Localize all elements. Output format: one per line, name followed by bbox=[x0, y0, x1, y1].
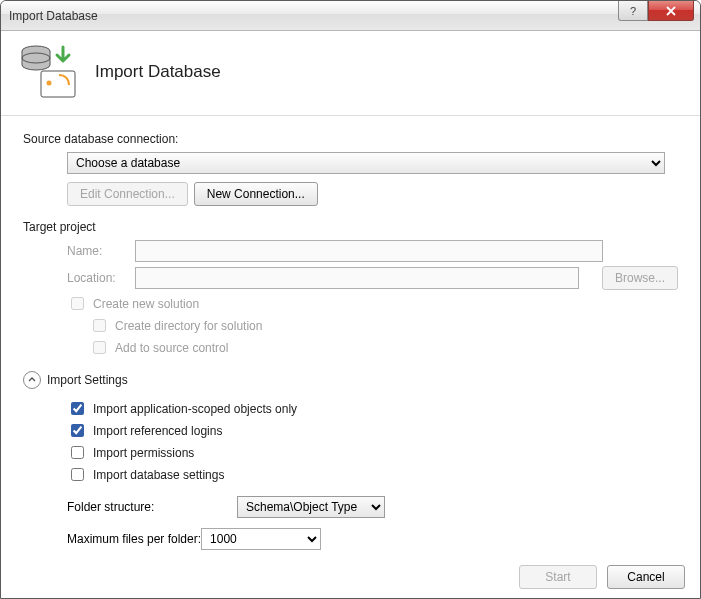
window-title: Import Database bbox=[9, 9, 98, 23]
add-source-control-label: Add to source control bbox=[115, 341, 228, 355]
target-section-label: Target project bbox=[23, 220, 678, 234]
import-database-icon bbox=[19, 43, 77, 101]
source-section-label: Source database connection: bbox=[23, 132, 678, 146]
help-button[interactable]: ? bbox=[618, 1, 648, 21]
add-source-control-checkbox bbox=[93, 341, 106, 354]
dialog-content: Source database connection: Choose a dat… bbox=[1, 116, 700, 560]
create-solution-label: Create new solution bbox=[93, 297, 199, 311]
referenced-logins-checkbox[interactable] bbox=[71, 424, 84, 437]
max-files-select[interactable]: 1000 bbox=[201, 528, 321, 550]
browse-button: Browse... bbox=[602, 266, 678, 290]
referenced-logins-label: Import referenced logins bbox=[93, 424, 222, 438]
titlebar: Import Database ? bbox=[1, 1, 700, 31]
permissions-label: Import permissions bbox=[93, 446, 194, 460]
app-scoped-checkbox[interactable] bbox=[71, 402, 84, 415]
edit-connection-button: Edit Connection... bbox=[67, 182, 188, 206]
close-icon bbox=[666, 6, 676, 16]
max-files-label: Maximum files per folder: bbox=[67, 532, 201, 546]
database-select[interactable]: Choose a database bbox=[67, 152, 665, 174]
dialog-footer: Start Cancel bbox=[519, 565, 685, 589]
app-scoped-label: Import application-scoped objects only bbox=[93, 402, 297, 416]
start-button: Start bbox=[519, 565, 597, 589]
name-label: Name: bbox=[67, 244, 135, 258]
create-directory-checkbox bbox=[93, 319, 106, 332]
permissions-checkbox[interactable] bbox=[71, 446, 84, 459]
import-settings-label: Import Settings bbox=[47, 373, 128, 387]
folder-structure-select[interactable]: Schema\Object Type bbox=[237, 496, 385, 518]
window-controls: ? bbox=[618, 1, 694, 21]
dialog-header: Import Database bbox=[1, 31, 700, 116]
location-input bbox=[135, 267, 579, 289]
create-solution-checkbox bbox=[71, 297, 84, 310]
chevron-up-icon bbox=[27, 375, 37, 385]
import-settings-header: Import Settings bbox=[23, 371, 678, 389]
db-settings-label: Import database settings bbox=[93, 468, 224, 482]
cancel-button[interactable]: Cancel bbox=[607, 565, 685, 589]
new-connection-button[interactable]: New Connection... bbox=[194, 182, 318, 206]
folder-structure-label: Folder structure: bbox=[67, 500, 237, 514]
svg-point-3 bbox=[47, 81, 52, 86]
close-button[interactable] bbox=[648, 1, 694, 21]
expander-toggle[interactable] bbox=[23, 371, 41, 389]
dialog-title: Import Database bbox=[95, 62, 221, 82]
name-input bbox=[135, 240, 603, 262]
location-label: Location: bbox=[67, 271, 135, 285]
create-directory-label: Create directory for solution bbox=[115, 319, 262, 333]
db-settings-checkbox[interactable] bbox=[71, 468, 84, 481]
